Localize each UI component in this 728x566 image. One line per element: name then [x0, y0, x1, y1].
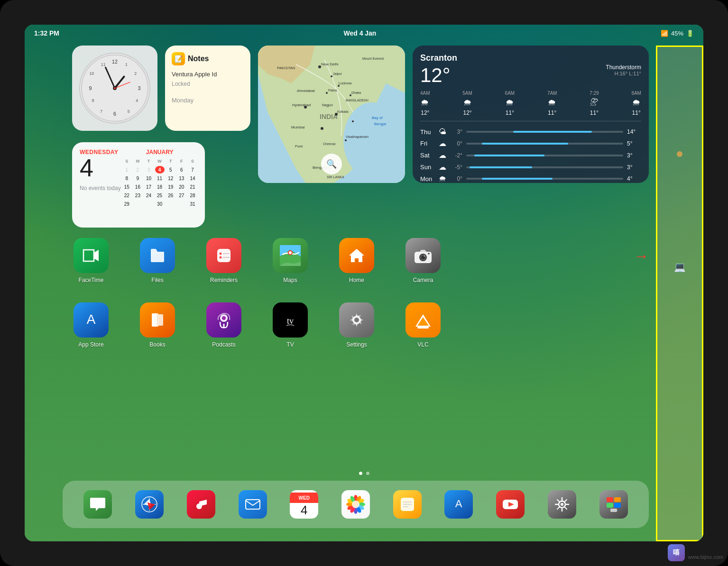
dock-settings[interactable]	[548, 490, 576, 519]
dock-appstore[interactable]: A	[444, 490, 473, 519]
svg-point-28	[350, 94, 351, 96]
svg-rect-123	[607, 497, 613, 502]
calendar-widget-container[interactable]: WEDNESDAY 4 No events today JANUARY S M …	[72, 142, 205, 228]
cal-cell-prev-2: 2	[133, 166, 142, 173]
cal-cell-22: 22	[122, 192, 131, 199]
svg-text:Kolkata: Kolkata	[337, 110, 348, 113]
dock-messages[interactable]	[83, 490, 112, 519]
weather-temp: 12°	[420, 64, 451, 87]
appstore-label: App Store	[78, 341, 103, 348]
svg-line-122	[557, 507, 560, 510]
svg-text:11: 11	[101, 62, 106, 67]
page-dot-1	[359, 472, 362, 475]
dock-notes[interactable]	[393, 490, 422, 519]
app-books[interactable]: Books	[138, 302, 176, 348]
svg-text:Dhaka: Dhaka	[351, 91, 361, 94]
ipad-frame: 1:32 PM Wed 4 Jan 📶 45% 🔋 12 3	[0, 0, 728, 566]
svg-point-30	[321, 127, 323, 130]
podcasts-label: Podcasts	[212, 341, 235, 348]
dock-music[interactable]	[187, 490, 215, 519]
calendar-grid: S M T W T F S 1 2 3	[122, 157, 197, 208]
svg-text:8: 8	[92, 98, 94, 103]
svg-point-23	[331, 75, 332, 77]
weather-hour-4: 7AM 🌧 11°	[547, 91, 557, 116]
laptop-icon: 💻	[674, 261, 686, 273]
svg-text:Mount Everest: Mount Everest	[362, 57, 384, 60]
clock-widget[interactable]: 12 3 6 9 1 2 4 5 7 8 10 11	[72, 46, 157, 131]
files-label: Files	[151, 277, 163, 283]
dock-mail[interactable]	[239, 490, 267, 519]
app-vlc[interactable]: VLC	[404, 302, 442, 348]
weather-hour-5: 7:29 ⛈ 11°	[590, 91, 599, 116]
dock-calendar-icon: WED 4	[290, 490, 318, 519]
svg-text:1: 1	[125, 62, 128, 67]
reminders-icon	[206, 238, 241, 273]
app-podcasts[interactable]: Podcasts	[205, 302, 243, 348]
watermark-text-container: 嘻嘻笔记 www.bijixx.com	[688, 546, 723, 560]
svg-point-17	[114, 87, 116, 89]
dock-photos[interactable]	[341, 490, 370, 519]
dock-youtube-icon	[496, 490, 525, 519]
calendar-row-1: 1 2 3 4 5 6 7	[122, 166, 197, 173]
right-arrow: →	[634, 247, 649, 265]
app-tv[interactable]: tv TV	[271, 302, 309, 348]
weather-temp-row: 12° Thunderstorm H:16° L:11°	[420, 64, 641, 87]
cal-header-t2: T	[166, 157, 175, 165]
svg-text:SRI LANKA: SRI LANKA	[327, 175, 344, 179]
app-reminders[interactable]: Reminders	[205, 238, 243, 283]
svg-rect-75	[157, 314, 163, 326]
calendar-month: JANUARY	[122, 149, 197, 155]
calendar-widget[interactable]: WEDNESDAY 4 No events today JANUARY S M …	[72, 142, 205, 228]
weather-hour-6: 8AM 🌧 11°	[631, 91, 641, 116]
page-dots	[359, 472, 369, 475]
svg-point-31	[345, 139, 347, 141]
dock-calendar[interactable]: WED 4	[290, 490, 318, 519]
cal-cell-5: 5	[166, 166, 175, 173]
app-settings[interactable]: Settings	[338, 302, 376, 348]
forecast-row-thu: Thu 🌤 3° 14°	[420, 126, 641, 137]
tv-label: TV	[286, 341, 294, 348]
dock-youtube[interactable]	[496, 490, 525, 519]
calendar-inner: WEDNESDAY 4 No events today JANUARY S M …	[80, 149, 197, 209]
apps-row-2: A App Store Books	[72, 302, 649, 348]
svg-point-114	[561, 503, 563, 506]
app-files[interactable]: Files	[138, 238, 176, 283]
calendar-row-3: 15 16 17 18 19 20 21	[122, 183, 197, 191]
weather-hour-1: 4AM 🌧 12°	[420, 91, 430, 116]
dock-safari[interactable]	[135, 490, 164, 519]
app-maps[interactable]: Maps	[271, 238, 309, 283]
dock-appstore-icon: A	[444, 490, 473, 519]
app-appstore[interactable]: A App Store	[72, 302, 110, 348]
svg-line-120	[564, 507, 567, 510]
svg-text:Patna: Patna	[328, 89, 337, 92]
calendar-header-row: S M T W T F S	[122, 157, 197, 165]
app-facetime[interactable]: FaceTime	[72, 238, 110, 283]
weather-widget[interactable]: Scranton 12° Thunderstorm H:16° L:11° 4A…	[413, 46, 649, 183]
cal-cell-14: 14	[188, 174, 197, 182]
cal-header-w: W	[155, 157, 165, 165]
cal-cell-27: 27	[177, 192, 186, 199]
status-bar: 1:32 PM Wed 4 Jan 📶 45% 🔋	[25, 25, 703, 42]
maps-label: Maps	[283, 277, 297, 283]
books-label: Books	[149, 341, 165, 348]
svg-text:3: 3	[138, 85, 141, 91]
map-search-button[interactable]: 🔍	[321, 154, 342, 174]
watermark: 嘻 嘻嘻笔记 www.bijixx.com	[668, 544, 723, 561]
dock-multi[interactable]	[599, 490, 628, 519]
svg-text:Bay of: Bay of	[372, 116, 383, 120]
maps-icon	[273, 238, 308, 273]
svg-text:New Delhi: New Delhi	[321, 62, 339, 66]
settings-label: Settings	[346, 341, 367, 348]
calendar-day-number: 4	[80, 155, 122, 180]
notes-widget[interactable]: 📝 Notes Ventura Apple Id Locked Monday	[165, 46, 250, 131]
cal-cell-24: 24	[144, 192, 154, 199]
cal-cell-25: 25	[155, 192, 165, 199]
watermark-logo: 嘻	[668, 544, 685, 561]
cal-cell-16: 16	[133, 183, 142, 191]
calendar-row-4: 22 23 24 25 26 27 28	[122, 192, 197, 199]
cal-cell-10: 10	[144, 174, 154, 182]
app-home[interactable]: Home	[338, 238, 376, 283]
battery-label: 45%	[671, 30, 683, 37]
cal-header-t1: T	[144, 157, 154, 165]
map-widget[interactable]: New Delhi Jaipur Patna Lucknow Hyderabad…	[258, 46, 405, 183]
